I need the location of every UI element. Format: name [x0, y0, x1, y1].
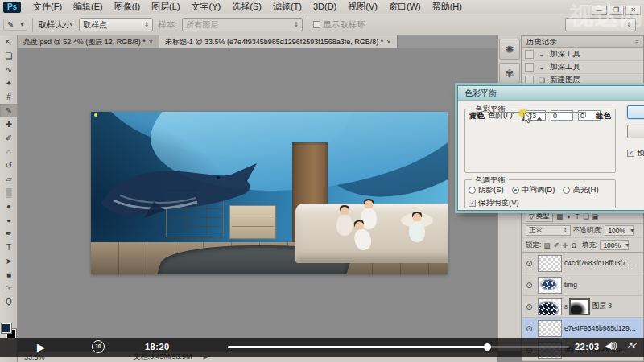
- lock-option-icon[interactable]: ▨: [543, 241, 550, 249]
- visibility-eye-icon[interactable]: ⊙: [524, 259, 535, 268]
- menu-help[interactable]: 帮助(H): [427, 0, 468, 14]
- history-step[interactable]: ◒ 加深工具: [522, 48, 643, 61]
- blur-tool[interactable]: ●: [0, 200, 18, 213]
- progress-bar[interactable]: [228, 346, 569, 348]
- visibility-eye-icon[interactable]: ⊙: [524, 281, 535, 290]
- layer-row[interactable]: ⊙ e7e4F9345b985d129…: [522, 318, 643, 339]
- shape-tool[interactable]: ■: [0, 268, 18, 282]
- brush-tool[interactable]: ✐: [0, 131, 18, 145]
- fill-select[interactable]: 100% ▾: [600, 240, 629, 250]
- dialog-titlebar[interactable]: 色彩平衡: [458, 86, 644, 101]
- menu-type[interactable]: 文字(Y): [186, 0, 227, 14]
- menu-window[interactable]: 窗口(W): [383, 0, 427, 14]
- history-source-checkbox[interactable]: [525, 76, 534, 84]
- history-step[interactable]: ◒ 加深工具: [522, 61, 643, 74]
- layer-name[interactable]: 图层 8: [592, 302, 642, 311]
- layer-row[interactable]: ⊙ c4cdf7683fc18ff03f7…: [522, 253, 643, 274]
- menu-view[interactable]: 视图(V): [342, 0, 383, 14]
- document-tab-active[interactable]: 未标题-1 @ 33.5% (e7e4f9345b985d1296f2593f1…: [159, 35, 398, 48]
- menu-3d[interactable]: 3D(D): [308, 0, 342, 14]
- history-brush-tool[interactable]: ↺: [0, 158, 18, 172]
- path-selection-tool[interactable]: ➤: [0, 254, 18, 268]
- document-tab[interactable]: 亮度.psd @ 52.4% (图层 12, RGB/8) * ×: [18, 35, 159, 48]
- layer-filter-icon[interactable]: ◑: [564, 212, 573, 220]
- layer-thumbnail[interactable]: [538, 277, 562, 294]
- lock-option-icon[interactable]: ✛: [563, 241, 568, 249]
- slider-thumb[interactable]: [536, 117, 543, 121]
- gradient-tool[interactable]: ▒: [0, 186, 18, 200]
- hand-tool[interactable]: ☞: [0, 282, 18, 295]
- visibility-eye-icon[interactable]: ⊙: [524, 302, 535, 311]
- healing-brush-tool[interactable]: ✚: [0, 117, 18, 131]
- lock-option-icon[interactable]: ✐: [553, 241, 559, 249]
- document-image[interactable]: [91, 112, 448, 274]
- marquee-tool[interactable]: ❏: [0, 49, 18, 63]
- close-icon[interactable]: ✕: [625, 6, 641, 15]
- menu-layer[interactable]: 图层(L): [146, 0, 185, 14]
- move-tool[interactable]: ↖: [0, 35, 18, 49]
- layer-name[interactable]: timg: [564, 281, 642, 289]
- crop-tool[interactable]: #: [0, 90, 18, 104]
- layer-thumbnail[interactable]: [538, 320, 562, 337]
- maximize-icon[interactable]: ❐: [609, 6, 624, 15]
- filter-kind-select[interactable]: ▽ 类型: [526, 212, 553, 222]
- layer-filter-icon[interactable]: ▣: [591, 212, 600, 220]
- foreground-color-swatch[interactable]: [2, 323, 11, 333]
- tone-radio[interactable]: 高光(H): [563, 185, 598, 195]
- layer-thumbnail[interactable]: [538, 255, 562, 272]
- menu-filter[interactable]: 滤镜(T): [267, 0, 308, 14]
- layer-thumbnail[interactable]: [538, 298, 562, 315]
- clone-stamp-tool[interactable]: ⌂: [0, 145, 18, 158]
- opacity-select[interactable]: 100% ▾: [605, 225, 634, 236]
- preserve-luminosity-checkbox[interactable]: ✓ 保持明度(V): [469, 198, 519, 208]
- play-icon[interactable]: ▶: [37, 341, 45, 353]
- layer-filter-icon[interactable]: T: [573, 212, 582, 220]
- adjustments-icon[interactable]: ✺: [499, 39, 520, 60]
- layer-row[interactable]: ⊙ timg: [522, 274, 643, 296]
- chevron-down-icon: ▾: [630, 227, 634, 234]
- close-icon[interactable]: ×: [149, 38, 153, 46]
- type-tool[interactable]: T: [0, 241, 18, 254]
- panel-menu-icon[interactable]: ≡: [635, 39, 639, 46]
- dodge-tool[interactable]: ◒: [0, 213, 18, 227]
- history-source-checkbox[interactable]: [525, 63, 534, 72]
- cancel-button[interactable]: 取消: [627, 125, 644, 138]
- tool-preset-picker[interactable]: ✎ ▾: [3, 19, 27, 31]
- lasso-tool[interactable]: ∿: [0, 63, 18, 76]
- volume-icon[interactable]: ◀))): [605, 341, 617, 350]
- sample-size-select[interactable]: 取样点 ⇕: [79, 18, 153, 31]
- history-source-checkbox[interactable]: [525, 50, 534, 59]
- styles-icon[interactable]: ✾: [499, 63, 520, 84]
- layer-filter-icon[interactable]: ▦: [555, 212, 564, 220]
- layer-filter-icon[interactable]: ❏: [582, 212, 591, 220]
- blend-mode-select[interactable]: 正常 ⇕: [526, 225, 571, 236]
- menu-select[interactable]: 选择(S): [226, 0, 267, 14]
- ok-button[interactable]: 确定: [627, 105, 644, 119]
- fullscreen-icon[interactable]: ↗↙: [627, 341, 636, 349]
- visibility-eye-icon[interactable]: ⊙: [524, 324, 535, 333]
- quick-selection-tool[interactable]: ✦: [0, 76, 18, 90]
- layer-name[interactable]: e7e4F9345b985d129…: [564, 324, 642, 332]
- menu-file[interactable]: 文件(F): [27, 0, 68, 14]
- lock-option-icon[interactable]: Ω: [572, 241, 576, 249]
- layer-row[interactable]: ⊙ 8 图层 8: [522, 296, 643, 318]
- workspace-select[interactable]: ⇕: [565, 18, 636, 31]
- pen-tool[interactable]: ✒: [0, 227, 18, 241]
- menu-edit[interactable]: 编辑(E): [68, 0, 109, 14]
- tone-radio[interactable]: 中间调(D): [512, 185, 555, 195]
- zoom-tool[interactable]: Ϙ: [0, 295, 18, 309]
- replay-10-icon[interactable]: 10: [92, 340, 105, 353]
- close-icon[interactable]: ×: [386, 38, 390, 46]
- chevron-down-icon: ▾: [625, 241, 629, 249]
- tone-radio[interactable]: 阴影(S): [469, 185, 504, 195]
- eyedropper-tool[interactable]: ✎: [0, 104, 18, 117]
- progress-knob[interactable]: [484, 343, 491, 351]
- layer-mask-thumbnail[interactable]: [569, 298, 590, 315]
- menu-image[interactable]: 图像(I): [109, 0, 146, 14]
- minimize-icon[interactable]: —: [592, 6, 607, 15]
- sample-layers-select: 所有图层 ⇕: [182, 18, 303, 31]
- checkbox-icon: ✓: [313, 21, 320, 28]
- preview-checkbox[interactable]: ✓ 预览: [627, 148, 644, 158]
- layer-name[interactable]: c4cdf7683fc18ff03f7…: [564, 259, 642, 267]
- eraser-tool[interactable]: ▱: [0, 172, 18, 186]
